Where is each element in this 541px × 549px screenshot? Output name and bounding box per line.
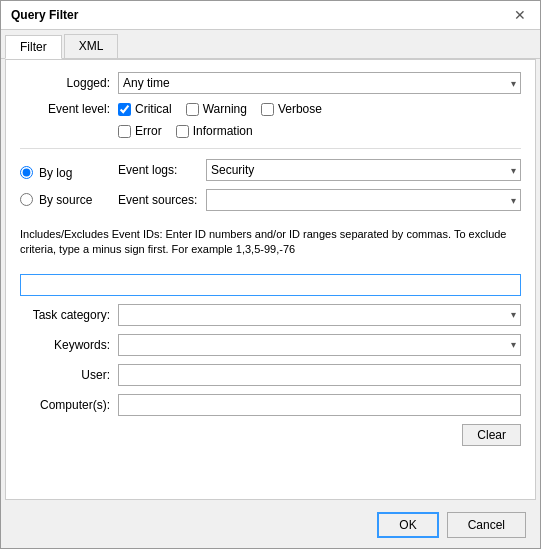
log-source-section: By log By source Event logs: Security ▾ — [20, 159, 521, 211]
bottom-buttons: OK Cancel — [1, 504, 540, 548]
task-category-row: Task category: ▾ — [20, 304, 521, 326]
event-id-input[interactable] — [20, 274, 521, 296]
computers-row: Computer(s): <All Computers> — [20, 394, 521, 416]
task-category-dropdown[interactable]: ▾ — [118, 304, 521, 326]
description-text: Includes/Excludes Event IDs: Enter ID nu… — [20, 223, 521, 262]
query-filter-dialog: Query Filter ✕ Filter XML Logged: Any ti… — [0, 0, 541, 549]
computers-label: Computer(s): — [20, 398, 110, 412]
chevron-down-icon3: ▾ — [511, 195, 516, 206]
event-logs-value: Security — [211, 163, 254, 177]
computers-input[interactable]: <All Computers> — [118, 394, 521, 416]
event-dropdowns: Event logs: Security ▾ Event sources: ▾ — [118, 159, 521, 211]
task-category-label: Task category: — [20, 308, 110, 322]
ok-button[interactable]: OK — [377, 512, 438, 538]
divider1 — [20, 148, 521, 149]
user-row: User: <All Users> — [20, 364, 521, 386]
chevron-down-icon2: ▾ — [511, 165, 516, 176]
tab-xml[interactable]: XML — [64, 34, 119, 58]
logged-row: Logged: Any time ▾ — [20, 72, 521, 94]
event-level-row: Event level: Critical Warning Verbose — [20, 102, 521, 116]
user-label: User: — [20, 368, 110, 382]
close-button[interactable]: ✕ — [510, 7, 530, 23]
checkbox-warning[interactable]: Warning — [186, 102, 247, 116]
event-logs-row: Event logs: Security ▾ — [118, 159, 521, 181]
keywords-row: Keywords: ▾ — [20, 334, 521, 356]
logged-value: Any time — [123, 76, 170, 90]
keywords-label: Keywords: — [20, 338, 110, 352]
checkbox-error[interactable]: Error — [118, 124, 162, 138]
logged-dropdown[interactable]: Any time ▾ — [118, 72, 521, 94]
tab-filter[interactable]: Filter — [5, 35, 62, 59]
clear-button[interactable]: Clear — [462, 424, 521, 446]
event-logs-label: Event logs: — [118, 163, 198, 177]
title-bar: Query Filter ✕ — [1, 1, 540, 30]
event-logs-dropdown[interactable]: Security ▾ — [206, 159, 521, 181]
dialog-title: Query Filter — [11, 8, 78, 22]
event-level-row2: Error Information — [118, 124, 521, 138]
checkbox-verbose[interactable]: Verbose — [261, 102, 322, 116]
event-level-label: Event level: — [20, 102, 110, 116]
chevron-down-icon5: ▾ — [511, 339, 516, 350]
radio-by-log[interactable]: By log — [20, 166, 110, 180]
event-level-checkboxes: Critical Warning Verbose — [118, 102, 322, 116]
radio-by-source[interactable]: By source — [20, 193, 110, 207]
checkbox-information[interactable]: Information — [176, 124, 253, 138]
event-level-checkboxes2: Error Information — [118, 124, 253, 138]
event-id-row — [20, 274, 521, 296]
event-sources-row: Event sources: ▾ — [118, 189, 521, 211]
user-input[interactable]: <All Users> — [118, 364, 521, 386]
event-sources-dropdown[interactable]: ▾ — [206, 189, 521, 211]
logged-label: Logged: — [20, 76, 110, 90]
checkbox-critical[interactable]: Critical — [118, 102, 172, 116]
tab-content: Logged: Any time ▾ Event level: Critical… — [5, 59, 536, 500]
chevron-down-icon: ▾ — [511, 78, 516, 89]
event-sources-label: Event sources: — [118, 193, 198, 207]
chevron-down-icon4: ▾ — [511, 309, 516, 320]
cancel-button[interactable]: Cancel — [447, 512, 526, 538]
radio-group: By log By source — [20, 163, 110, 207]
clear-row: Clear — [20, 424, 521, 446]
keywords-dropdown[interactable]: ▾ — [118, 334, 521, 356]
tab-bar: Filter XML — [1, 30, 540, 59]
